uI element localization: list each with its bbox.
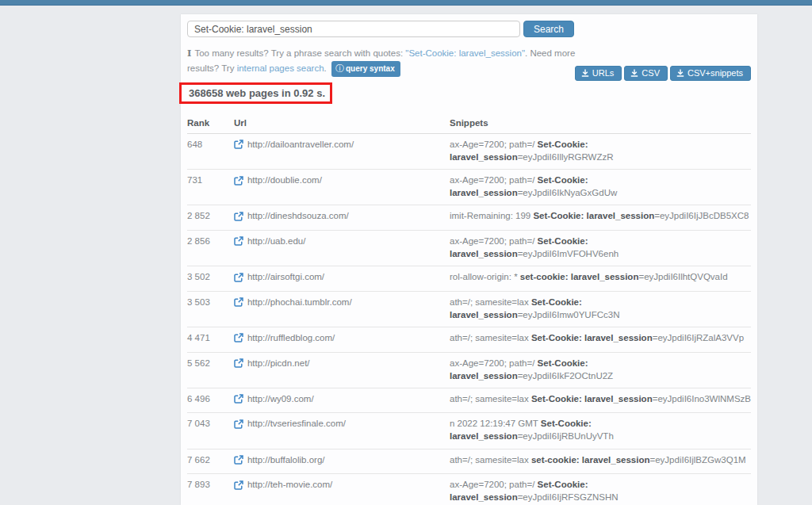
snippet-match-text: Set-Cookie: laravel_session [531, 333, 653, 342]
result-url-text: http://tvseriesfinale.com/ [247, 417, 346, 430]
download-csv-snippets-button[interactable]: CSV+snippets [670, 66, 751, 81]
snippet-match-text: Set-Cookie: [541, 419, 592, 428]
table-row: 2 856http://uab.edu/ax-Age=7200; path=/ … [187, 230, 751, 266]
results-panel: Search IToo many results? Try a phrase s… [181, 14, 757, 505]
rank-cell: 7 662 [187, 449, 234, 474]
snippet-cell: ath=/; samesite=lax set-cookie: laravel_… [450, 449, 751, 474]
result-url-link[interactable]: http://wy09.com/ [234, 392, 314, 405]
download-urls-button[interactable]: URLs [575, 66, 622, 81]
result-url-link[interactable]: http://phochai.tumblr.com/ [234, 296, 352, 308]
snippet-line: ath=/; samesite=lax Set-Cookie: laravel_… [450, 392, 751, 405]
query-syntax-label: query syntax [346, 64, 395, 73]
rank-cell: 3 503 [187, 291, 234, 327]
snippet-cell: ax-Age=7200; path=/ Set-Cookie:laravel_s… [450, 474, 751, 505]
external-link-icon [234, 419, 243, 429]
internal-pages-search-link[interactable]: internal pages search [237, 63, 324, 73]
url-cell: http://airsoftgi.com/ [234, 266, 450, 292]
snippet-text: ath=/; samesite=lax [450, 333, 531, 342]
snippet-match-text: Set-Cookie: laravel_session [531, 394, 653, 404]
results-table: Rank Url Snippets 648http://dailoantrave… [187, 115, 751, 505]
url-cell: http://dineshdsouza.com/ [234, 205, 450, 231]
snippet-cell: ax-Age=7200; path=/ Set-Cookie:laravel_s… [450, 133, 751, 169]
snippet-text: ax-Age=7200; path=/ [450, 358, 538, 368]
snippet-line: imit-Remaining: 199 Set-Cookie: laravel_… [450, 209, 751, 222]
url-cell: http://ruffledblog.com/ [234, 327, 450, 352]
result-url-text: http://airsoftgi.com/ [247, 270, 324, 283]
table-row: 7 043http://tvseriesfinale.com/n 2022 12… [187, 413, 751, 449]
rank-cell: 2 852 [187, 205, 234, 231]
result-url-link[interactable]: http://buffalolib.org/ [234, 453, 325, 466]
result-url-link[interactable]: http://doublie.com/ [234, 174, 322, 186]
query-syntax-badge[interactable]: ⓘquery syntax [331, 61, 400, 77]
external-link-icon [234, 333, 243, 342]
snippet-text: =eyJpdiI6IllyRGRWZzR [518, 152, 614, 162]
hint-after: . [324, 63, 327, 73]
url-cell: http://dailoantraveller.com/ [234, 133, 450, 169]
quoted-query-link[interactable]: "Set-Cookie: laravel_session" [405, 48, 525, 58]
snippet-line: laravel_session=eyJpdiI6IjRFSGZNSHN [450, 491, 751, 503]
snippet-match-text: set-cookie: laravel_session [531, 455, 650, 465]
table-row: 7 662http://buffalolib.org/ath=/; samesi… [187, 449, 751, 474]
snippet-match-text: Set-Cookie: [538, 175, 588, 185]
result-url-link[interactable]: http://dailoantraveller.com/ [234, 138, 354, 151]
result-url-text: http://picdn.net/ [247, 357, 310, 369]
snippet-text: =eyJpdiI6IjRBUnUyVTh [518, 431, 614, 441]
result-url-link[interactable]: http://picdn.net/ [234, 357, 310, 369]
external-link-icon [234, 455, 243, 465]
snippet-match-text: set-cookie: laravel_session [520, 272, 639, 281]
table-row: 5 562http://picdn.net/ax-Age=7200; path=… [187, 352, 751, 388]
hint-text: IToo many results? Try a phrase search w… [187, 47, 587, 77]
snippet-text: ax-Age=7200; path=/ [450, 140, 538, 149]
search-input[interactable] [187, 21, 520, 37]
snippet-line: ax-Age=7200; path=/ Set-Cookie: [450, 138, 751, 151]
snippet-text: ax-Age=7200; path=/ [450, 175, 538, 185]
snippet-cell: ax-Age=7200; path=/ Set-Cookie:laravel_s… [450, 170, 751, 205]
result-count-text: 368658 web pages in 0.92 s. [189, 87, 325, 99]
result-url-text: http://teh-movie.com/ [247, 478, 332, 491]
snippet-line: laravel_session=eyJpdiI6IkNyaGxGdUw [450, 186, 751, 199]
snippet-text: ath=/; samesite=lax [450, 394, 531, 404]
table-row: 648http://dailoantraveller.com/ax-Age=72… [187, 133, 751, 169]
result-url-link[interactable]: http://airsoftgi.com/ [234, 270, 324, 283]
result-url-link[interactable]: http://ruffledblog.com/ [234, 331, 335, 344]
snippet-text: ax-Age=7200; path=/ [450, 480, 538, 489]
snippet-match-text: Set-Cookie: laravel_session [533, 211, 654, 220]
snippet-cell: n 2022 12:19:47 GMT Set-Cookie:laravel_s… [450, 413, 751, 449]
download-icon [630, 69, 638, 77]
snippet-line: ath=/; samesite=lax Set-Cookie: [450, 296, 751, 308]
snippet-cell: rol-allow-origin: * set-cookie: laravel_… [450, 266, 751, 292]
download-icon [676, 69, 684, 77]
rank-cell: 7 893 [187, 474, 234, 505]
rank-cell: 648 [187, 133, 234, 169]
url-cell: http://tvseriesfinale.com/ [234, 413, 450, 449]
result-url-link[interactable]: http://dineshdsouza.com/ [234, 209, 349, 222]
external-link-icon [234, 358, 243, 368]
snippet-line: ax-Age=7200; path=/ Set-Cookie: [450, 478, 751, 491]
rank-cell: 6 496 [187, 388, 234, 413]
snippet-line: laravel_session=eyJpdiI6IjRBUnUyVTh [450, 430, 751, 442]
snippet-cell: ath=/; samesite=lax Set-Cookie: laravel_… [450, 327, 751, 352]
search-button[interactable]: Search [523, 21, 574, 37]
download-csv-button[interactable]: CSV [624, 66, 668, 81]
table-row: 2 852http://dineshdsouza.com/imit-Remain… [187, 205, 751, 231]
snippet-match-text: Set-Cookie: [538, 480, 588, 489]
url-cell: http://uab.edu/ [234, 230, 450, 266]
url-cell: http://doublie.com/ [234, 170, 450, 205]
top-accent-bar [0, 0, 812, 6]
rank-cell: 731 [187, 170, 234, 205]
snippet-text: =eyJpdiI6Ino3WlNMSzB [653, 394, 751, 404]
result-url-text: http://wy09.com/ [247, 392, 314, 405]
snippet-match-text: laravel_session [450, 371, 518, 381]
snippet-text: =eyJpdiI6IkNyaGxGdUw [518, 188, 618, 197]
snippet-text: =eyJpdiI6Imw0YUFCc3N [518, 310, 620, 319]
result-url-link[interactable]: http://uab.edu/ [234, 235, 306, 247]
external-link-icon [234, 212, 243, 221]
rank-cell: 2 856 [187, 230, 234, 266]
snippet-text: =eyJpdiI6IjlBZGw3Q1M [650, 455, 746, 465]
result-url-link[interactable]: http://teh-movie.com/ [234, 478, 332, 491]
snippet-cell: ath=/; samesite=lax Set-Cookie:laravel_s… [450, 291, 751, 327]
result-url-link[interactable]: http://tvseriesfinale.com/ [234, 417, 346, 430]
table-header-row: Rank Url Snippets [187, 115, 751, 134]
snippet-text: =eyJpdiI6ImVFOHV6enh [518, 249, 619, 258]
table-row: 6 496http://wy09.com/ath=/; samesite=lax… [187, 388, 751, 413]
